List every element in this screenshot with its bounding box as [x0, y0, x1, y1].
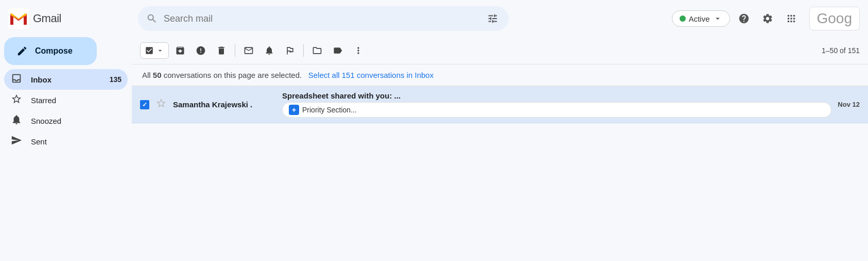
- top-bar: Gmail Active: [0, 0, 868, 37]
- sidebar-item-snoozed[interactable]: Snoozed: [4, 110, 128, 131]
- sent-label: Sent: [31, 137, 47, 146]
- apps-button[interactable]: [782, 9, 801, 28]
- inbox-label: Inbox: [31, 75, 51, 84]
- checkmark-icon: ✓: [142, 101, 147, 108]
- selection-count: 50: [153, 71, 162, 79]
- more-actions-button[interactable]: [349, 41, 368, 60]
- active-status-button[interactable]: Active: [672, 10, 730, 27]
- pagination-text: 1–50 of 151: [822, 46, 860, 55]
- search-bar: [138, 6, 509, 31]
- compose-icon: [16, 45, 28, 57]
- compose-button[interactable]: Compose: [4, 37, 97, 65]
- add-task-button[interactable]: [281, 41, 299, 60]
- gmail-logo-icon: [8, 8, 29, 29]
- chevron-down-icon: [713, 14, 722, 23]
- active-status-dot: [680, 15, 686, 22]
- email-subject: Spreadsheet shared with you: ...: [282, 91, 831, 100]
- top-bar-actions: Active Goog: [672, 7, 860, 30]
- spam-button[interactable]: [192, 41, 210, 60]
- selection-text-after: conversations on this page are selected.: [162, 71, 302, 79]
- toolbar: 1–50 of 151: [132, 37, 868, 64]
- delete-button[interactable]: [212, 41, 231, 60]
- sidebar-item-starred[interactable]: Starred: [4, 90, 128, 110]
- email-checkbox[interactable]: ✓: [140, 100, 149, 109]
- mark-unread-button[interactable]: [239, 41, 258, 60]
- help-button[interactable]: [734, 9, 754, 28]
- snoozed-label: Snoozed: [31, 117, 61, 125]
- starred-label: Starred: [31, 96, 56, 105]
- inbox-icon: [10, 73, 23, 87]
- select-all-conversations-link[interactable]: Select all 151 conversations in Inbox: [308, 71, 433, 79]
- sidebar-item-inbox[interactable]: Inbox 135: [4, 69, 128, 90]
- main-layout: Compose Inbox 135 Starred: [0, 37, 868, 261]
- selection-banner: All 50 conversations on this page are se…: [132, 64, 868, 86]
- label-as-button[interactable]: [328, 41, 347, 60]
- email-date: Nov 12: [838, 101, 860, 108]
- google-logo: Goog: [809, 7, 860, 30]
- email-area: 1–50 of 151 All 50 conversations on this…: [132, 37, 868, 261]
- toolbar-divider-2: [303, 44, 304, 57]
- email-content: Spreadsheet shared with you: ... + Prior…: [282, 91, 831, 118]
- snooze-button[interactable]: [260, 41, 279, 60]
- chevron-down-icon: [156, 46, 164, 55]
- logo-area: Gmail: [8, 8, 132, 29]
- settings-button[interactable]: [758, 9, 777, 28]
- search-icon: [146, 13, 158, 24]
- sidebar: Compose Inbox 135 Starred: [0, 37, 132, 261]
- starred-icon: [10, 93, 23, 107]
- gmail-label: Gmail: [33, 12, 61, 25]
- email-sender: Samantha Krajewski .: [173, 100, 276, 109]
- email-row[interactable]: ✓ Samantha Krajewski . Spreadsheet share…: [132, 86, 868, 123]
- selection-text-before: All: [142, 71, 153, 79]
- sidebar-item-sent[interactable]: Sent: [4, 131, 128, 152]
- compose-label: Compose: [35, 46, 73, 56]
- sent-icon: [10, 135, 23, 149]
- inbox-badge: 135: [110, 75, 121, 84]
- active-status-label: Active: [689, 14, 710, 23]
- email-chip[interactable]: + Priority Section...: [282, 102, 831, 118]
- chip-label: Priority Section...: [302, 106, 357, 114]
- toolbar-divider-1: [235, 44, 235, 57]
- snoozed-icon: [10, 114, 23, 128]
- move-to-button[interactable]: [308, 41, 326, 60]
- search-input[interactable]: [164, 13, 479, 24]
- select-all-button[interactable]: [140, 42, 169, 59]
- chip-plus-icon: +: [289, 105, 299, 115]
- search-filter-button[interactable]: [485, 11, 500, 26]
- email-star-icon[interactable]: [155, 97, 167, 111]
- archive-button[interactable]: [171, 41, 189, 60]
